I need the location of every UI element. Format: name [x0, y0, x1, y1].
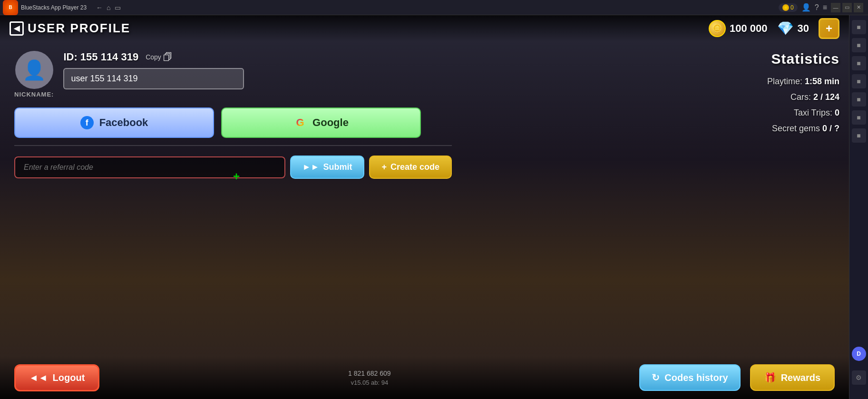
plus-indicator: +	[233, 170, 240, 183]
secret-gems-label: Secret gems	[772, 124, 820, 133]
settings-icon[interactable]: ⚙	[852, 370, 866, 385]
copy-icon: 🗍	[163, 52, 173, 63]
bluestacks-logo: B	[3, 0, 18, 15]
statistics-title: Statistics	[476, 51, 839, 67]
game-ui: ◀ USER PROFILE 🪙 100 000 💎 30 + 👤 NICKNA	[0, 15, 849, 399]
user-id-text: ID: 155 114 319	[63, 51, 138, 63]
google-label: Google	[312, 117, 349, 129]
currency-area: 🪙 100 000 💎 30 +	[709, 18, 839, 39]
copy-button[interactable]: Copy 🗍	[146, 52, 173, 63]
back-nav-icon[interactable]: ←	[96, 4, 103, 11]
coins-value: 100 000	[730, 22, 768, 35]
right-sidebar: ■ ■ ■ ■ ■ ■ ■ D ⚙	[849, 15, 868, 399]
nav-icons: ← ⌂ ▭	[96, 4, 120, 11]
sidebar-icon-1[interactable]: ■	[852, 20, 866, 34]
diamond-icon: 💎	[777, 20, 794, 36]
google-icon: G	[293, 116, 307, 129]
home-nav-icon[interactable]: ⌂	[107, 4, 110, 11]
playtime-row: Playtime: 1:58 min	[476, 77, 839, 87]
cars-label: Cars:	[790, 92, 811, 102]
nickname-label: NICKNAME:	[14, 91, 54, 98]
logout-icon: ◄◄	[29, 372, 48, 383]
bluestacks-topbar: B BlueStacks App Player 23 ← ⌂ ▭ 0 👤 ? ≡…	[0, 0, 868, 15]
taxi-trips-label: Taxi Trips:	[794, 108, 832, 117]
avatar-area: 👤 NICKNAME:	[14, 51, 54, 98]
cars-row: Cars: 2 / 124	[476, 92, 839, 102]
facebook-button[interactable]: f Facebook	[14, 107, 214, 138]
logout-label: Logout	[53, 372, 85, 383]
maximize-button[interactable]: ▭	[842, 3, 852, 12]
version-text: v15.05 ab: 94	[348, 379, 391, 386]
sidebar-icon-5[interactable]: ■	[852, 92, 866, 107]
sidebar-icon-3[interactable]: ■	[852, 56, 866, 70]
bs-coin-value: 0	[790, 4, 794, 11]
divider	[14, 145, 452, 146]
rewards-icon: 🎁	[764, 372, 776, 383]
discord-icon[interactable]: D	[852, 347, 866, 361]
referral-code-input[interactable]	[14, 156, 285, 178]
facebook-icon: f	[80, 116, 94, 129]
close-button[interactable]: ✕	[854, 3, 863, 12]
diamonds-value: 30	[798, 22, 809, 35]
create-code-label: Create code	[390, 162, 439, 172]
bs-coin-dot	[782, 4, 789, 11]
page-title: USER PROFILE	[28, 21, 130, 36]
sidebar-icon-4[interactable]: ■	[852, 74, 866, 88]
help-icon[interactable]: ?	[815, 3, 819, 12]
secret-gems-value: 0 / ?	[822, 124, 839, 133]
diamonds-display: 💎 30	[777, 20, 809, 36]
user-id-row: ID: 155 114 319 Copy 🗍	[63, 51, 452, 63]
playtime-value: 1:58 min	[805, 77, 839, 86]
copy-label: Copy	[146, 53, 161, 61]
codes-history-button[interactable]: ↻ Codes history	[639, 364, 740, 391]
submit-label: Submit	[323, 162, 352, 172]
left-panel: 👤 NICKNAME: ID: 155 114 319 Copy 🗍	[0, 41, 466, 399]
taxi-trips-row: Taxi Trips: 0	[476, 108, 839, 118]
content-area: 👤 NICKNAME: ID: 155 114 319 Copy 🗍	[0, 41, 849, 399]
avatar: 👤	[15, 51, 53, 89]
sidebar-icon-7[interactable]: ■	[852, 128, 866, 143]
facebook-label: Facebook	[99, 117, 148, 129]
rewards-button[interactable]: 🎁 Rewards	[750, 364, 835, 391]
window-controls: — ▭ ✕	[831, 3, 863, 12]
sidebar-icon-6[interactable]: ■	[852, 110, 866, 125]
submit-button[interactable]: ►► Submit	[290, 156, 365, 179]
codes-history-label: Codes history	[664, 372, 728, 383]
logout-button[interactable]: ◄◄ Logout	[14, 364, 99, 391]
sidebar-icon-2[interactable]: ■	[852, 38, 866, 52]
taxi-trips-value: 0	[835, 108, 839, 117]
submit-icon: ►►	[302, 162, 320, 172]
bottom-bar: ◄◄ Logout 1 821 682 609 v15.05 ab: 94 ↻ …	[0, 356, 849, 399]
create-code-icon: +	[381, 162, 387, 172]
social-buttons: f Facebook G Google	[14, 107, 452, 138]
bs-coin-badge: 0	[779, 3, 798, 12]
cars-value: 2 / 124	[813, 92, 839, 102]
player-count: 1 821 682 609	[348, 370, 391, 377]
playtime-label: Playtime:	[767, 77, 802, 86]
back-button[interactable]: ◀ USER PROFILE	[10, 21, 130, 36]
version-info: 1 821 682 609 v15.05 ab: 94	[348, 370, 391, 386]
google-button[interactable]: G Google	[221, 107, 421, 138]
menu-icon[interactable]: ≡	[823, 3, 827, 12]
user-info-row: 👤 NICKNAME: ID: 155 114 319 Copy 🗍	[14, 51, 452, 98]
profile-icon[interactable]: 👤	[801, 3, 811, 12]
coins-display: 🪙 100 000	[709, 20, 768, 37]
codes-history-icon: ↻	[652, 372, 660, 383]
rewards-label: Rewards	[781, 372, 820, 383]
coin-icon: 🪙	[709, 20, 726, 37]
topbar-right: 0 👤 ? ≡ — ▭ ✕	[779, 3, 863, 12]
tabs-nav-icon[interactable]: ▭	[115, 4, 121, 11]
app-title: BlueStacks App Player 23	[21, 4, 87, 11]
back-arrow-icon: ◀	[10, 21, 24, 36]
user-details: ID: 155 114 319 Copy 🗍	[63, 51, 452, 89]
right-panel: Statistics Playtime: 1:58 min Cars: 2 / …	[466, 41, 849, 399]
create-code-button[interactable]: + Create code	[369, 156, 452, 179]
minimize-button[interactable]: —	[831, 3, 840, 12]
add-currency-button[interactable]: +	[819, 18, 839, 39]
game-topbar: ◀ USER PROFILE 🪙 100 000 💎 30 +	[0, 15, 849, 41]
secret-gems-row: Secret gems 0 / ?	[476, 124, 839, 134]
nickname-input[interactable]	[63, 68, 244, 89]
